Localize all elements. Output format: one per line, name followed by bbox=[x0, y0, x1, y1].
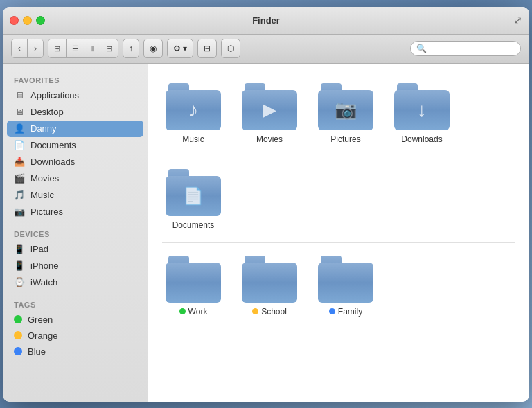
file-label-family: Family bbox=[338, 307, 362, 317]
view-cover-button[interactable]: ⊟ bbox=[100, 39, 118, 57]
sidebar-label-orange: Orange bbox=[28, 330, 57, 341]
iwatch-icon: ⌚ bbox=[14, 277, 25, 288]
file-label-music: Music bbox=[182, 134, 204, 144]
blue-tag-dot bbox=[14, 347, 22, 355]
file-label-movies: Movies bbox=[256, 134, 283, 144]
main-content: FAVORITES 🖥 Applications 🖥 Desktop 👤 Dan… bbox=[3, 64, 529, 402]
devices-section-title: DEVICES bbox=[3, 226, 148, 241]
family-tag-dot bbox=[329, 308, 335, 314]
music-icon: 🎵 bbox=[14, 190, 25, 201]
pictures-icon: 📷 bbox=[14, 206, 25, 218]
sidebar-item-applications[interactable]: 🖥 Applications bbox=[3, 87, 148, 104]
file-item-movies[interactable]: ▶ Movies bbox=[238, 78, 301, 150]
sidebar-label-ipad: iPad bbox=[30, 244, 48, 254]
desktop-icon: 🖥 bbox=[14, 107, 25, 118]
ipad-icon: 📱 bbox=[14, 244, 25, 255]
sidebar-item-movies[interactable]: 🎬 Movies bbox=[3, 170, 148, 187]
gear-button[interactable]: ⚙ ▾ bbox=[167, 39, 193, 58]
forward-button[interactable]: › bbox=[28, 39, 43, 57]
sidebar-label-pictures: Pictures bbox=[30, 206, 63, 217]
sidebar-label-iphone: iPhone bbox=[30, 260, 58, 271]
green-tag-dot bbox=[14, 315, 22, 323]
iphone-icon: 📱 bbox=[14, 260, 25, 272]
delete-button[interactable]: ⊟ bbox=[197, 39, 217, 58]
back-button[interactable]: ‹ bbox=[12, 39, 28, 57]
sidebar-item-orange-tag[interactable]: Orange bbox=[3, 328, 148, 344]
sidebar-item-documents[interactable]: 📄 Documents bbox=[3, 137, 148, 154]
favorites-section-title: FAVORITES bbox=[3, 72, 148, 87]
maximize-button[interactable] bbox=[36, 16, 45, 25]
sidebar-item-downloads[interactable]: 📥 Downloads bbox=[3, 154, 148, 170]
folder-icon-downloads: ↓ bbox=[394, 83, 450, 130]
file-label-pictures: Pictures bbox=[330, 134, 360, 144]
file-area: ♪ Music ▶ Movies bbox=[148, 64, 529, 402]
sidebar-label-iwatch: iWatch bbox=[30, 277, 57, 287]
files-grid-row1: ♪ Music ▶ Movies bbox=[162, 78, 515, 236]
tags-section-title: TAGS bbox=[3, 296, 148, 312]
documents-icon: 📄 bbox=[14, 140, 25, 151]
minimize-button[interactable] bbox=[23, 16, 32, 25]
file-label-work: Work bbox=[188, 307, 208, 317]
file-label-school: School bbox=[261, 307, 287, 317]
sidebar-label-movies: Movies bbox=[30, 173, 59, 184]
folder-icon-music: ♪ bbox=[166, 83, 221, 130]
sidebar-label-danny: Danny bbox=[30, 123, 57, 134]
movies-icon: 🎬 bbox=[14, 173, 25, 184]
sidebar-item-iwatch[interactable]: ⌚ iWatch bbox=[3, 274, 148, 291]
nav-buttons: ‹ › bbox=[11, 39, 44, 58]
sidebar: FAVORITES 🖥 Applications 🖥 Desktop 👤 Dan… bbox=[3, 64, 148, 402]
file-label-downloads: Downloads bbox=[401, 134, 442, 144]
file-label-documents: Documents bbox=[172, 220, 215, 230]
file-item-work[interactable]: Work bbox=[162, 250, 224, 322]
view-icon-button[interactable]: ⊞ bbox=[48, 39, 66, 57]
sidebar-item-ipad[interactable]: 📱 iPad bbox=[3, 241, 148, 258]
folder-icon-work bbox=[166, 256, 221, 303]
traffic-lights bbox=[10, 16, 45, 25]
tag-button[interactable]: ⬡ bbox=[221, 39, 240, 58]
folder-icon-family bbox=[318, 256, 373, 303]
sidebar-item-desktop[interactable]: 🖥 Desktop bbox=[3, 104, 148, 121]
downloads-icon: 📥 bbox=[14, 157, 25, 168]
danny-icon: 👤 bbox=[14, 123, 25, 134]
sidebar-label-green: Green bbox=[28, 314, 53, 325]
search-input[interactable] bbox=[429, 44, 515, 53]
sidebar-label-desktop: Desktop bbox=[30, 107, 64, 117]
zoom-icon[interactable]: ⤢ bbox=[514, 15, 522, 26]
files-divider bbox=[162, 242, 515, 243]
school-tag-dot bbox=[252, 308, 258, 314]
share-button[interactable]: ↑ bbox=[123, 39, 139, 58]
eye-button[interactable]: ◉ bbox=[143, 39, 163, 58]
file-item-school[interactable]: School bbox=[238, 250, 301, 322]
sidebar-label-music: Music bbox=[30, 190, 54, 200]
sidebar-item-green-tag[interactable]: Green bbox=[3, 312, 148, 328]
sidebar-item-blue-tag[interactable]: Blue bbox=[3, 344, 148, 360]
file-item-documents[interactable]: 📄 Documents bbox=[162, 163, 224, 236]
sidebar-item-music[interactable]: 🎵 Music bbox=[3, 187, 148, 204]
file-item-pictures[interactable]: 📷 Pictures bbox=[314, 78, 377, 150]
orange-tag-dot bbox=[14, 331, 22, 339]
sidebar-item-pictures[interactable]: 📷 Pictures bbox=[3, 204, 148, 220]
sidebar-item-danny[interactable]: 👤 Danny bbox=[7, 121, 143, 137]
view-column-button[interactable]: ⦀ bbox=[85, 39, 100, 57]
sidebar-label-downloads: Downloads bbox=[30, 157, 75, 167]
search-box[interactable]: 🔍 bbox=[410, 41, 521, 56]
view-buttons: ⊞ ☰ ⦀ ⊟ bbox=[48, 39, 118, 58]
sidebar-label-applications: Applications bbox=[30, 90, 79, 100]
folder-icon-pictures: 📷 bbox=[318, 83, 373, 130]
applications-icon: 🖥 bbox=[14, 90, 25, 101]
folder-icon-documents: 📄 bbox=[166, 169, 221, 216]
file-item-music[interactable]: ♪ Music bbox=[162, 78, 224, 150]
window-title: Finder bbox=[252, 15, 280, 26]
work-tag-dot bbox=[179, 308, 186, 314]
close-button[interactable] bbox=[10, 16, 19, 25]
folder-icon-movies: ▶ bbox=[242, 83, 297, 130]
title-bar: Finder ⤢ bbox=[3, 7, 529, 35]
view-list-button[interactable]: ☰ bbox=[66, 39, 85, 57]
finder-window: Finder ⤢ ‹ › ⊞ ☰ ⦀ ⊟ ↑ ◉ ⚙ ▾ ⊟ ⬡ 🔍 FAVOR… bbox=[3, 7, 529, 402]
files-grid-row2: Work School bbox=[162, 250, 515, 322]
file-item-downloads[interactable]: ↓ Downloads bbox=[391, 78, 453, 150]
folder-icon-school bbox=[242, 256, 297, 303]
sidebar-item-iphone[interactable]: 📱 iPhone bbox=[3, 258, 148, 274]
file-item-family[interactable]: Family bbox=[314, 250, 377, 322]
sidebar-label-blue: Blue bbox=[28, 346, 46, 357]
